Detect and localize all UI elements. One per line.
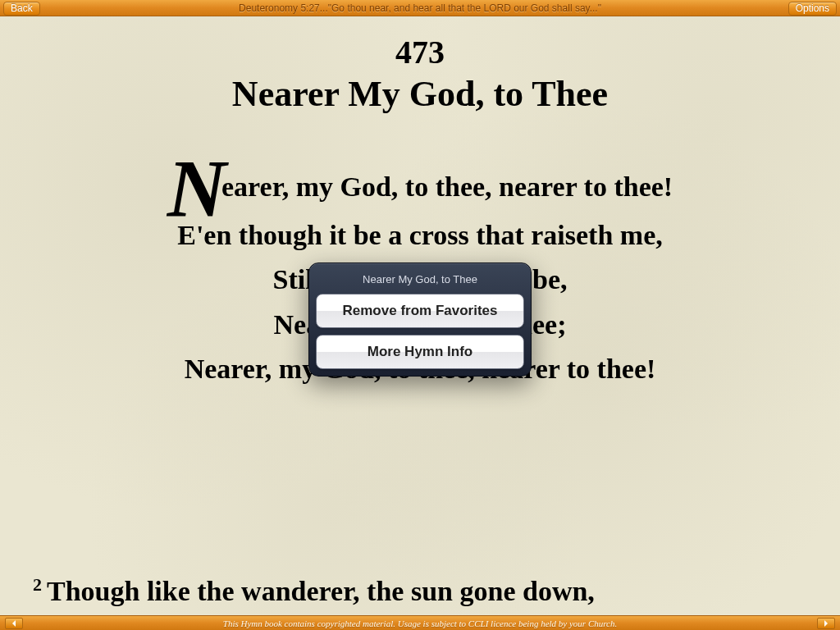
remove-from-favorites-button[interactable]: Remove from Favorites [316,294,524,328]
next-hymn-button[interactable] [817,618,835,629]
verse-1-line-2: E'en though it be a cross that raiseth m… [33,213,807,258]
verse-2-text: Though like the wanderer, the sun gone d… [47,576,595,606]
popup-title: Nearer My God, to Thee [316,273,524,285]
back-button[interactable]: Back [3,2,40,16]
verse-2-line-1: 2Though like the wanderer, the sun gone … [33,574,807,607]
top-toolbar: Back Deuteronomy 5:27..."Go thou near, a… [0,0,840,16]
verse-2-number: 2 [33,574,42,595]
options-button[interactable]: Options [788,2,837,16]
copyright-notice: This Hymn book contains copyrighted mate… [223,619,617,628]
hymn-options-popup: Nearer My God, to Thee Remove from Favor… [308,262,532,377]
verse-1-line-1: Nearer, my God, to thee, nearer to thee! [167,164,673,213]
verse-1-line-1-rest: earer, my God, to thee, nearer to thee! [221,171,673,202]
chevron-right-icon [822,616,830,630]
previous-hymn-button[interactable] [5,618,23,629]
dropcap: N [167,164,226,213]
more-hymn-info-button[interactable]: More Hymn Info [316,335,524,369]
hymn-number: 473 [33,33,807,71]
chevron-left-icon [10,616,18,630]
hymn-title: Nearer My God, to Thee [33,73,807,115]
scripture-reference: Deuteronomy 5:27..."Go thou near, and he… [239,2,601,14]
bottom-toolbar: This Hymn book contains copyrighted mate… [0,615,840,630]
